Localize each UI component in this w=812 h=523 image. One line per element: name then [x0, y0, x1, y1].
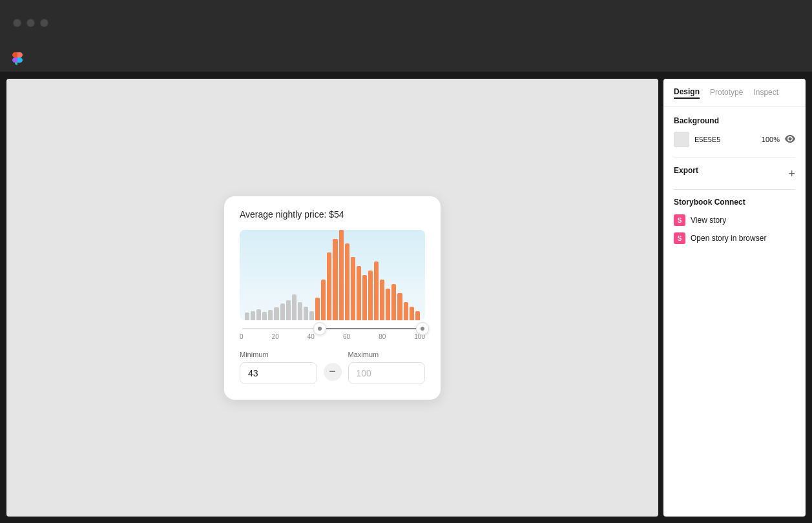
- storybook-title: Storybook Connect: [674, 198, 795, 207]
- range-fill-active: [320, 328, 422, 329]
- range-slider[interactable]: 0 20 40 60 80 100: [240, 328, 425, 340]
- thumb-inner-left: [318, 327, 322, 331]
- histogram-bar: [410, 307, 414, 320]
- histogram-bar: [268, 310, 273, 320]
- color-opacity: 100%: [762, 136, 780, 143]
- histogram-bar: [351, 257, 355, 320]
- minimize-button[interactable]: [26, 19, 35, 27]
- histogram-bar: [274, 307, 278, 320]
- min-input[interactable]: [240, 362, 317, 384]
- histogram-bar: [256, 309, 261, 320]
- thumb-right[interactable]: [416, 322, 429, 335]
- maximize-button[interactable]: [40, 19, 48, 27]
- figma-logo[interactable]: [10, 52, 25, 66]
- thumb-inner-right: [421, 327, 424, 331]
- storybook-item-view[interactable]: S View story: [674, 214, 795, 226]
- histogram-bar: [362, 275, 367, 320]
- histogram-bar: [304, 307, 308, 320]
- eye-icon[interactable]: [785, 135, 795, 145]
- thumb-left[interactable]: [313, 322, 326, 335]
- histogram-bar: [280, 303, 285, 320]
- right-panel: Design Prototype Inspect Background E5E5…: [663, 79, 806, 517]
- background-row: E5E5E5 100%: [674, 132, 795, 147]
- histogram-bar: [286, 300, 291, 320]
- widget-card: Average nightly price: $54: [224, 196, 441, 400]
- tick-60: 60: [343, 333, 350, 340]
- min-input-group: Minimum: [240, 351, 317, 384]
- tab-design[interactable]: Design: [674, 87, 700, 99]
- histogram-bar: [345, 243, 349, 320]
- histogram-bar: [397, 293, 402, 320]
- histogram-bar: [333, 239, 337, 320]
- histogram-bar: [404, 302, 408, 320]
- histogram-bar: [380, 280, 384, 320]
- tick-80: 80: [379, 333, 386, 340]
- histogram-bar: [251, 311, 255, 320]
- histogram-bar: [415, 311, 420, 320]
- tick-40: 40: [307, 333, 315, 340]
- color-swatch[interactable]: [674, 132, 689, 147]
- histogram-bar: [298, 302, 302, 320]
- tab-prototype[interactable]: Prototype: [710, 88, 743, 98]
- storybook-item-browser[interactable]: S Open story in browser: [674, 232, 795, 244]
- toolbar: [0, 45, 812, 72]
- storybook-badge-1: S: [674, 214, 685, 226]
- histogram-bar: [309, 311, 314, 320]
- histogram-bar: [262, 312, 267, 320]
- histogram-bar: [368, 271, 373, 320]
- color-hex: E5E5E5: [694, 136, 756, 143]
- tick-0: 0: [240, 333, 244, 340]
- histogram-bar: [391, 284, 396, 320]
- storybook-badge-2: S: [674, 232, 685, 244]
- main-container: Average nightly price: $54: [0, 72, 812, 523]
- histogram-bar: [327, 252, 331, 320]
- histogram-bar: [321, 280, 326, 320]
- histogram-bar: [374, 262, 379, 320]
- background-title: Background: [674, 116, 795, 125]
- inputs-row: Minimum − Maximum: [240, 351, 425, 384]
- export-title: Export: [674, 166, 698, 175]
- range-track: [242, 328, 422, 329]
- histogram: [240, 230, 425, 320]
- max-input[interactable]: [348, 362, 426, 384]
- panel-tabs: Design Prototype Inspect: [663, 79, 806, 107]
- range-ticks: 0 20 40 60 80 100: [240, 333, 425, 340]
- histogram-bar: [315, 298, 320, 320]
- panel-content: Background E5E5E5 100% Export + Storyboo: [663, 107, 806, 517]
- max-input-group: Maximum: [348, 351, 426, 384]
- histogram-bar: [245, 313, 249, 320]
- tick-20: 20: [272, 333, 279, 340]
- histogram-bar: [357, 266, 361, 320]
- histogram-bar: [386, 289, 390, 320]
- max-label: Maximum: [348, 351, 426, 358]
- tab-inspect[interactable]: Inspect: [753, 88, 778, 98]
- titlebar: [0, 0, 812, 45]
- histogram-bar: [339, 230, 344, 320]
- minus-button[interactable]: −: [324, 363, 342, 381]
- canvas-area[interactable]: Average nightly price: $54: [6, 79, 658, 517]
- divider-1: [674, 158, 795, 158]
- storybook-open-browser: Open story in browser: [691, 234, 766, 243]
- storybook-view-story: View story: [691, 216, 726, 225]
- close-button[interactable]: [13, 19, 21, 27]
- export-row: Export +: [674, 166, 795, 181]
- divider-2: [674, 189, 795, 190]
- widget-title: Average nightly price: $54: [240, 209, 425, 220]
- chart-area: [240, 230, 425, 320]
- histogram-bar: [292, 294, 297, 320]
- min-label: Minimum: [240, 351, 317, 358]
- add-export-icon[interactable]: +: [788, 167, 795, 181]
